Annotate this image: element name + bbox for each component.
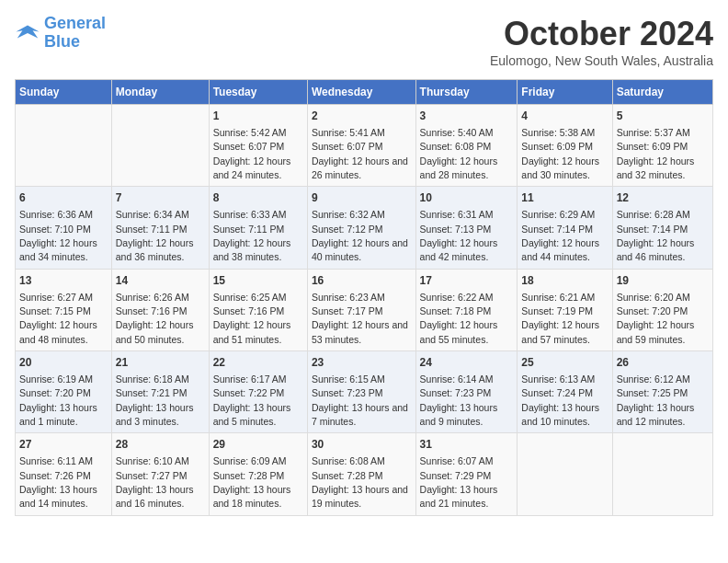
day-detail: Sunrise: 6:36 AMSunset: 7:10 PMDaylight:… [19, 209, 97, 262]
column-header-tuesday: Tuesday [209, 80, 307, 105]
calendar-cell: 28Sunrise: 6:10 AMSunset: 7:27 PMDayligh… [111, 433, 209, 515]
day-number: 4 [521, 109, 608, 124]
day-number: 31 [420, 437, 514, 453]
day-number: 20 [19, 355, 108, 371]
calendar-cell: 3Sunrise: 5:40 AMSunset: 6:08 PMDaylight… [415, 105, 518, 187]
calendar-cell: 5Sunrise: 5:37 AMSunset: 6:09 PMDaylight… [612, 105, 712, 187]
calendar-cell: 8Sunrise: 6:33 AMSunset: 7:11 PMDaylight… [209, 187, 307, 269]
calendar-cell: 4Sunrise: 5:38 AMSunset: 6:09 PMDaylight… [518, 105, 612, 187]
logo-bird-icon [15, 20, 40, 46]
day-number: 2 [312, 109, 412, 124]
day-detail: Sunrise: 5:40 AMSunset: 6:08 PMDaylight:… [420, 127, 498, 180]
calendar-cell: 29Sunrise: 6:09 AMSunset: 7:28 PMDayligh… [209, 433, 307, 515]
day-number: 10 [420, 190, 514, 206]
day-number: 3 [420, 109, 514, 124]
day-detail: Sunrise: 5:41 AMSunset: 6:07 PMDaylight:… [312, 127, 408, 180]
title-block: October 2024 Eulomogo, New South Wales, … [490, 15, 713, 68]
day-detail: Sunrise: 6:17 AMSunset: 7:22 PMDaylight:… [213, 373, 291, 427]
calendar-cell [111, 105, 209, 187]
day-detail: Sunrise: 6:23 AMSunset: 7:17 PMDaylight:… [312, 292, 408, 345]
day-number: 1 [213, 109, 303, 124]
day-number: 25 [521, 355, 608, 371]
day-number: 6 [19, 190, 108, 206]
day-detail: Sunrise: 6:10 AMSunset: 7:27 PMDaylight:… [116, 455, 194, 509]
calendar-cell: 19Sunrise: 6:20 AMSunset: 7:20 PMDayligh… [612, 269, 712, 350]
day-number: 23 [312, 355, 412, 371]
day-detail: Sunrise: 6:13 AMSunset: 7:24 PMDaylight:… [521, 373, 599, 427]
day-number: 15 [213, 273, 303, 289]
day-number: 24 [420, 355, 514, 371]
logo-text: General Blue [44, 15, 106, 52]
day-detail: Sunrise: 5:38 AMSunset: 6:09 PMDaylight:… [521, 127, 599, 180]
calendar-week-row: 27Sunrise: 6:11 AMSunset: 7:26 PMDayligh… [16, 433, 713, 515]
day-number: 16 [312, 273, 412, 289]
day-detail: Sunrise: 5:37 AMSunset: 6:09 PMDaylight:… [617, 127, 695, 180]
calendar-cell: 16Sunrise: 6:23 AMSunset: 7:17 PMDayligh… [307, 269, 415, 350]
day-detail: Sunrise: 6:11 AMSunset: 7:26 PMDaylight:… [19, 455, 97, 509]
day-number: 11 [521, 190, 608, 206]
calendar-cell: 11Sunrise: 6:29 AMSunset: 7:14 PMDayligh… [518, 187, 612, 269]
day-detail: Sunrise: 6:18 AMSunset: 7:21 PMDaylight:… [116, 373, 194, 427]
calendar-cell [518, 433, 612, 515]
calendar-cell: 6Sunrise: 6:36 AMSunset: 7:10 PMDaylight… [16, 187, 112, 269]
day-number: 26 [617, 355, 709, 371]
day-number: 27 [19, 437, 108, 453]
logo-line1: General [44, 14, 106, 32]
day-detail: Sunrise: 6:22 AMSunset: 7:18 PMDaylight:… [420, 292, 498, 345]
day-number: 17 [420, 273, 514, 289]
calendar-header-row: SundayMondayTuesdayWednesdayThursdayFrid… [16, 80, 713, 105]
day-detail: Sunrise: 6:32 AMSunset: 7:12 PMDaylight:… [312, 209, 408, 262]
calendar-cell: 30Sunrise: 6:08 AMSunset: 7:28 PMDayligh… [307, 433, 415, 515]
calendar-cell: 31Sunrise: 6:07 AMSunset: 7:29 PMDayligh… [415, 433, 518, 515]
column-header-saturday: Saturday [612, 80, 712, 105]
calendar-cell: 20Sunrise: 6:19 AMSunset: 7:20 PMDayligh… [16, 351, 112, 433]
day-number: 5 [617, 109, 709, 124]
day-detail: Sunrise: 6:20 AMSunset: 7:20 PMDaylight:… [617, 292, 695, 345]
column-header-wednesday: Wednesday [307, 80, 415, 105]
day-detail: Sunrise: 6:14 AMSunset: 7:23 PMDaylight:… [420, 373, 498, 427]
day-number: 13 [19, 273, 108, 289]
day-detail: Sunrise: 6:21 AMSunset: 7:19 PMDaylight:… [521, 292, 599, 345]
calendar-cell: 25Sunrise: 6:13 AMSunset: 7:24 PMDayligh… [518, 351, 612, 433]
logo-line2: Blue [44, 33, 106, 52]
day-number: 9 [312, 190, 412, 206]
day-number: 8 [213, 190, 303, 206]
calendar-week-row: 20Sunrise: 6:19 AMSunset: 7:20 PMDayligh… [16, 351, 713, 433]
day-detail: Sunrise: 6:33 AMSunset: 7:11 PMDaylight:… [213, 209, 291, 262]
day-number: 18 [521, 273, 608, 289]
day-detail: Sunrise: 6:12 AMSunset: 7:25 PMDaylight:… [617, 373, 695, 427]
calendar-cell: 2Sunrise: 5:41 AMSunset: 6:07 PMDaylight… [307, 105, 415, 187]
day-number: 19 [617, 273, 709, 289]
calendar-cell: 22Sunrise: 6:17 AMSunset: 7:22 PMDayligh… [209, 351, 307, 433]
day-detail: Sunrise: 6:19 AMSunset: 7:20 PMDaylight:… [19, 373, 97, 427]
day-detail: Sunrise: 6:29 AMSunset: 7:14 PMDaylight:… [521, 209, 599, 262]
calendar-table: SundayMondayTuesdayWednesdayThursdayFrid… [15, 79, 713, 516]
calendar-cell: 1Sunrise: 5:42 AMSunset: 6:07 PMDaylight… [209, 105, 307, 187]
day-detail: Sunrise: 6:28 AMSunset: 7:14 PMDaylight:… [617, 209, 695, 262]
svg-marker-0 [16, 25, 39, 38]
calendar-week-row: 6Sunrise: 6:36 AMSunset: 7:10 PMDaylight… [16, 187, 713, 269]
logo: General Blue [15, 15, 106, 52]
day-detail: Sunrise: 6:27 AMSunset: 7:15 PMDaylight:… [19, 292, 97, 345]
calendar-cell [16, 105, 112, 187]
day-detail: Sunrise: 6:25 AMSunset: 7:16 PMDaylight:… [213, 292, 291, 345]
day-detail: Sunrise: 6:15 AMSunset: 7:23 PMDaylight:… [312, 373, 408, 427]
calendar-cell: 9Sunrise: 6:32 AMSunset: 7:12 PMDaylight… [307, 187, 415, 269]
calendar-cell: 18Sunrise: 6:21 AMSunset: 7:19 PMDayligh… [518, 269, 612, 350]
day-detail: Sunrise: 6:31 AMSunset: 7:13 PMDaylight:… [420, 209, 498, 262]
calendar-cell: 27Sunrise: 6:11 AMSunset: 7:26 PMDayligh… [16, 433, 112, 515]
day-number: 21 [116, 355, 205, 371]
day-number: 29 [213, 437, 303, 453]
column-header-thursday: Thursday [415, 80, 518, 105]
calendar-week-row: 13Sunrise: 6:27 AMSunset: 7:15 PMDayligh… [16, 269, 713, 350]
calendar-cell: 26Sunrise: 6:12 AMSunset: 7:25 PMDayligh… [612, 351, 712, 433]
calendar-cell: 13Sunrise: 6:27 AMSunset: 7:15 PMDayligh… [16, 269, 112, 350]
day-number: 7 [116, 190, 205, 206]
column-header-monday: Monday [111, 80, 209, 105]
calendar-cell: 21Sunrise: 6:18 AMSunset: 7:21 PMDayligh… [111, 351, 209, 433]
calendar-cell: 24Sunrise: 6:14 AMSunset: 7:23 PMDayligh… [415, 351, 518, 433]
day-detail: Sunrise: 6:08 AMSunset: 7:28 PMDaylight:… [312, 455, 408, 509]
day-detail: Sunrise: 6:07 AMSunset: 7:29 PMDaylight:… [420, 455, 498, 509]
day-detail: Sunrise: 6:26 AMSunset: 7:16 PMDaylight:… [116, 292, 194, 345]
calendar-cell: 14Sunrise: 6:26 AMSunset: 7:16 PMDayligh… [111, 269, 209, 350]
